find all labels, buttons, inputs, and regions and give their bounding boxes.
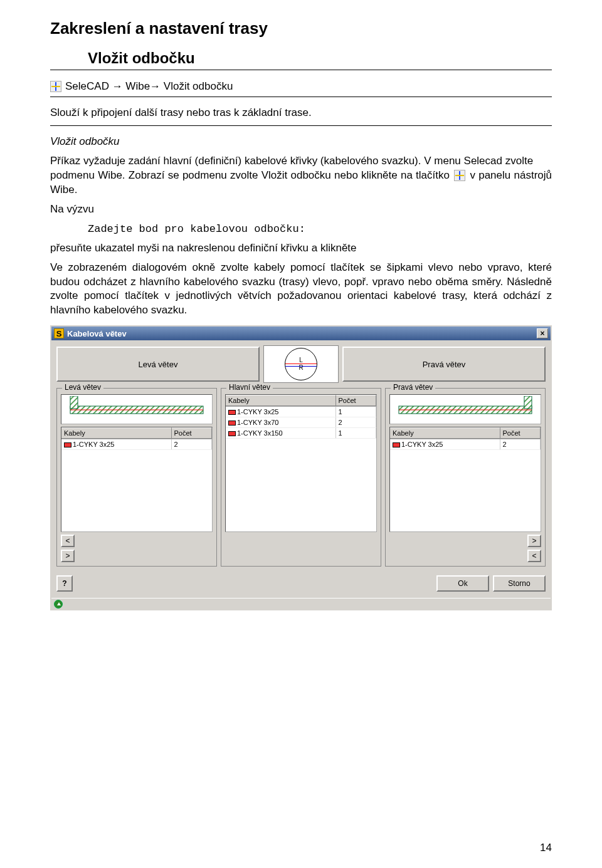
close-button[interactable]: × xyxy=(537,328,548,338)
group-right-branch: Pravá větev Kabely Počet 1-CYKY 3x25 xyxy=(385,388,546,567)
move-left-button[interactable]: < xyxy=(61,535,75,547)
cable-icon xyxy=(228,410,236,415)
text: podmenu Wibe. Zobrazí se podmenu zvolte … xyxy=(50,169,453,181)
svg-rect-7 xyxy=(70,396,78,409)
group-legend: Hlavní větev xyxy=(226,383,273,392)
cell: 2 xyxy=(336,417,377,427)
cell: 1 xyxy=(336,428,377,438)
table-row[interactable]: 1-CYKY 3x25 2 xyxy=(390,439,541,450)
rule xyxy=(50,125,552,126)
group-legend: Pravá větev xyxy=(391,383,435,392)
cross-icon xyxy=(454,170,465,181)
move-right-button[interactable]: > xyxy=(61,550,75,562)
cell: 1-CYKY 3x150 xyxy=(237,429,283,437)
col-header-kabely[interactable]: Kabely xyxy=(61,427,172,439)
left-branch-button[interactable]: Levá větev xyxy=(56,347,260,382)
cable-icon xyxy=(64,442,71,447)
ok-button[interactable]: Ok xyxy=(436,575,489,592)
cable-icon xyxy=(228,431,236,436)
heading-sub: Vložit odbočku xyxy=(88,50,552,67)
label-r: R xyxy=(298,364,303,372)
paragraph: přesuňte ukazatel myši na nakreslenou de… xyxy=(50,241,552,256)
branch-graphic-right[interactable] xyxy=(389,394,541,424)
paragraph: Slouží k připojení další trasy nebo tras… xyxy=(50,106,552,120)
cell: 1-CYKY 3x25 xyxy=(237,408,278,416)
cell: 1 xyxy=(336,407,377,417)
cell: 1-CYKY 3x25 xyxy=(73,441,114,448)
titlebar: S Kabelová větev × xyxy=(51,327,551,340)
page-number: 14 xyxy=(540,842,552,854)
cell: 2 xyxy=(172,439,213,449)
col-header-kabely[interactable]: Kabely xyxy=(390,427,500,439)
code-prompt: Zadejte bod pro kabelovou odbočku: xyxy=(88,223,552,235)
help-button[interactable]: ? xyxy=(56,575,73,592)
breadcrumb: SeleCAD → Wibe→ Vložit odbočku xyxy=(65,80,233,93)
cross-icon xyxy=(50,81,61,92)
paragraph: Ve zobrazeném dialogovém okně zvolte kab… xyxy=(50,261,552,318)
group-left-branch: Levá větev Kabely Počet 1-CYKY 3x25 xyxy=(56,388,217,567)
lr-schematic: L R xyxy=(263,345,339,383)
col-header-pocet[interactable]: Počet xyxy=(172,427,213,439)
paragraph-title-italic: Vložit odbočku xyxy=(50,135,552,149)
dialog-title: Kabelová větev xyxy=(67,329,127,338)
right-branch-button[interactable]: Pravá větev xyxy=(342,347,546,382)
cable-list-left[interactable]: Kabely Počet 1-CYKY 3x25 2 xyxy=(61,427,213,532)
cable-list-main[interactable]: Kabely Počet 1-CYKY 3x25 1 1-CYKY 3x70 2… xyxy=(225,394,377,532)
move-left-button[interactable]: < xyxy=(527,550,541,562)
group-main-branch: Hlavní větev Kabely Počet 1-CYKY 3x25 1 … xyxy=(221,388,381,567)
app-icon: S xyxy=(54,328,64,338)
branch-graphic-left[interactable] xyxy=(61,394,213,424)
move-right-button[interactable]: > xyxy=(527,535,541,547)
status-icon xyxy=(54,600,63,609)
heading-main: Zakreslení a nastavení trasy xyxy=(50,19,552,38)
table-row[interactable]: 1-CYKY 3x25 1 xyxy=(226,407,376,417)
paragraph: Příkaz vyžaduje zadání hlavní (definiční… xyxy=(50,154,552,197)
cell: 1-CYKY 3x70 xyxy=(237,419,278,426)
table-row[interactable]: 1-CYKY 3x150 1 xyxy=(226,428,376,439)
paragraph: Na výzvu xyxy=(50,202,552,217)
rule xyxy=(50,97,552,97)
cable-icon xyxy=(228,421,236,426)
table-row[interactable]: 1-CYKY 3x25 2 xyxy=(61,439,212,450)
cancel-button[interactable]: Storno xyxy=(493,575,546,592)
col-header-pocet[interactable]: Počet xyxy=(500,427,541,439)
dialog-footer: ? Ok Storno xyxy=(51,572,551,598)
group-legend: Levá větev xyxy=(62,383,103,392)
svg-rect-10 xyxy=(524,396,532,409)
table-row[interactable]: 1-CYKY 3x70 2 xyxy=(226,417,376,428)
statusbar xyxy=(51,598,551,609)
cell: 1-CYKY 3x25 xyxy=(401,441,443,448)
text: Příkaz vyžaduje zadání hlavní (definiční… xyxy=(50,155,533,167)
rule xyxy=(50,70,552,70)
cable-icon xyxy=(393,442,400,447)
col-header-pocet[interactable]: Počet xyxy=(336,395,377,406)
dialog-kabelova-vetev: S Kabelová větev × Levá větev L R Pravá … xyxy=(50,325,552,610)
col-header-kabely[interactable]: Kabely xyxy=(226,395,336,406)
cell: 2 xyxy=(500,439,541,449)
cable-list-right[interactable]: Kabely Počet 1-CYKY 3x25 2 xyxy=(389,427,541,532)
